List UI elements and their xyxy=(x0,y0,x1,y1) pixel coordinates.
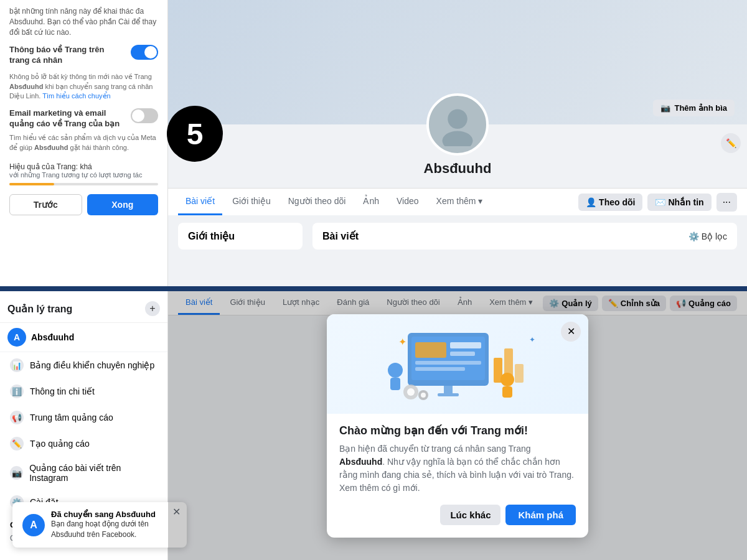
toast-notification: A Đã chuyển sang Absđuuhd Bạn đang hoạt … xyxy=(12,502,187,548)
avatar-svg xyxy=(436,103,479,146)
svg-rect-4 xyxy=(415,342,446,358)
effectiveness-sublabel: với những Trang tương tự có lượt tương t… xyxy=(9,171,158,179)
notifications-desc: Không bỏ lỡ bất kỳ thông tin mới nào về … xyxy=(9,72,158,101)
toast-content: Đã chuyển sang Absđuuhd Bạn đang hoạt độ… xyxy=(51,510,177,540)
message-btn[interactable]: ✉️ Nhắn tin xyxy=(647,194,711,211)
filter-icon: ⚙️ xyxy=(688,231,699,241)
welcome-modal: ✕ xyxy=(327,314,588,538)
svg-point-19 xyxy=(500,373,514,386)
nav-actions: 👤 Theo dõi ✉️ Nhắn tin ··· xyxy=(578,193,737,212)
nav-item-video[interactable]: Video xyxy=(389,189,426,215)
sidebar-header: Quản lý trang + xyxy=(0,297,167,323)
nav-item-posts[interactable]: Bài viết xyxy=(178,189,222,215)
svg-text:✦: ✦ xyxy=(398,337,406,347)
explore-btn[interactable]: Khám phá xyxy=(505,505,576,525)
effectiveness-section: Hiệu quả của Trang: khá với những Trang … xyxy=(9,162,158,215)
add-cover-btn[interactable]: 📷 Thêm ảnh bìa xyxy=(653,100,735,116)
instagram-icon: 📷 xyxy=(10,466,23,480)
follow-btn[interactable]: 👤 Theo dõi xyxy=(578,194,642,211)
message-icon: ✉️ xyxy=(655,197,665,207)
toast-avatar: A xyxy=(22,514,45,536)
posts-label: Bài viết xyxy=(322,230,359,242)
page-name: Absđuuhd xyxy=(424,161,492,177)
svg-rect-10 xyxy=(438,393,459,396)
svg-rect-9 xyxy=(444,386,453,393)
more-actions-btn[interactable]: ··· xyxy=(716,193,737,212)
svg-rect-5 xyxy=(450,342,481,348)
modal-close-btn[interactable]: ✕ xyxy=(561,322,581,342)
nav-item-followers[interactable]: Người theo dõi xyxy=(281,189,354,215)
svg-point-24 xyxy=(421,393,426,398)
sidebar-page-avatar: A xyxy=(7,328,26,347)
ad-center-icon: 📢 xyxy=(10,411,24,424)
email-section: Email marketing và email quảng cáo về Tr… xyxy=(9,108,158,129)
sidebar-title: Quản lý trang xyxy=(7,303,72,315)
modal-illustration-svg: ✦ ✦ + xyxy=(358,320,557,408)
profile-avatar xyxy=(426,93,489,156)
progress-bar xyxy=(9,183,158,185)
step-5-circle: 5 xyxy=(167,106,223,162)
sidebar-item-create-ad[interactable]: ✏️ Tạo quảng cáo xyxy=(0,431,167,457)
camera-icon: 📷 xyxy=(660,103,670,113)
learn-more-link[interactable]: Tìm hiểu cách chuyển xyxy=(42,92,110,100)
intro-text: bật những tính năng này để khai thác đa … xyxy=(9,6,158,37)
page-nav: Bài viết Giới thiệu Người theo dõi Ảnh V… xyxy=(168,188,747,215)
intro-label: Giới thiệu xyxy=(188,231,235,241)
notifications-section: Thông báo về Trang trên trang cá nhân xyxy=(9,45,158,66)
sidebar-page-item[interactable]: A Absđuuhd xyxy=(0,323,167,352)
svg-rect-13 xyxy=(515,364,524,383)
modal-body: Chào mừng bạn đến với Trang mới! Bạn hiệ… xyxy=(327,414,588,538)
svg-text:✦: ✦ xyxy=(529,335,535,344)
email-toggle[interactable] xyxy=(131,108,158,123)
nav-item-intro[interactable]: Giới thiệu xyxy=(225,189,278,215)
later-btn[interactable]: Lúc khác xyxy=(440,505,500,525)
sidebar-item-ad-center[interactable]: 📢 Trung tâm quảng cáo xyxy=(0,404,167,431)
toast-title: Đã chuyển sang Absđuuhd xyxy=(51,510,177,519)
svg-rect-6 xyxy=(450,352,475,356)
effectiveness-label: Hiệu quả của Trang: khá xyxy=(9,162,158,171)
sidebar-item-dashboard[interactable]: 📊 Bảng điều khiển chuyên nghiệp xyxy=(0,352,167,378)
posts-box: Bài viết ⚙️ Bộ lọc xyxy=(312,223,737,250)
filter-btn[interactable]: ⚙️ Bộ lọc xyxy=(688,231,727,241)
nav-item-photos[interactable]: Ảnh xyxy=(355,189,387,215)
edit-icon-btn[interactable]: ✏️ xyxy=(721,133,741,153)
bottom-buttons: Trước Xong xyxy=(9,194,158,215)
nav-item-more[interactable]: Xem thêm ▾ xyxy=(429,189,491,215)
sidebar-page-name: Absđuuhd xyxy=(31,332,74,342)
main-content-bottom: Bài viết Giới thiệu Lượt nhạc Đánh giá N… xyxy=(168,291,747,560)
dashboard-icon: 📊 xyxy=(10,358,24,372)
progress-fill xyxy=(9,183,54,185)
svg-point-17 xyxy=(388,363,403,378)
main-divider xyxy=(0,286,747,291)
intro-box: Giới thiệu xyxy=(178,223,303,250)
toast-text: Bạn đang hoạt động dưới tên Absđuuhd trê… xyxy=(51,519,177,540)
back-button[interactable]: Trước xyxy=(9,194,82,215)
insights-icon: ℹ️ xyxy=(10,385,24,398)
modal-desc: Bạn hiện đã chuyển từ trang cá nhân sang… xyxy=(339,442,576,495)
email-label: Email marketing và email quảng cáo về Tr… xyxy=(9,108,126,129)
done-button[interactable]: Xong xyxy=(87,194,159,215)
svg-rect-7 xyxy=(415,361,481,365)
sidebar-add-btn[interactable]: + xyxy=(145,301,160,316)
settings-panel: bật những tính năng này để khai thác đa … xyxy=(0,0,168,286)
sidebar-item-insights[interactable]: ℹ️ Thông tin chi tiết xyxy=(0,378,167,404)
svg-point-0 xyxy=(448,110,467,129)
follow-icon: 👤 xyxy=(586,197,596,207)
modal-title: Chào mừng bạn đến với Trang mới! xyxy=(339,424,576,437)
modal-illustration: ✦ ✦ + xyxy=(327,314,588,414)
svg-rect-8 xyxy=(415,367,465,371)
fb-page-preview: 📷 Thêm ảnh bìa Absđuuhd Bài viết Giới th… xyxy=(168,0,747,286)
svg-point-22 xyxy=(407,388,415,396)
svg-rect-20 xyxy=(502,386,512,398)
content-area: Giới thiệu Bài viết ⚙️ Bộ lọc xyxy=(168,215,747,257)
notifications-toggle[interactable] xyxy=(131,45,158,60)
notifications-label: Thông báo về Trang trên trang cá nhân xyxy=(9,45,126,66)
create-ad-icon: ✏️ xyxy=(10,437,24,450)
modal-actions: Lúc khác Khám phá xyxy=(339,505,576,525)
edit-icon: ✏️ xyxy=(726,138,736,148)
svg-rect-18 xyxy=(390,378,400,390)
email-desc: Tìm hiểu về các sản phẩm và dịch vụ của … xyxy=(9,133,158,152)
modal-overlay: ✕ xyxy=(168,291,747,560)
svg-point-1 xyxy=(443,131,473,147)
sidebar-item-instagram[interactable]: 📷 Quảng cáo bài viết trên Instagram xyxy=(0,457,167,489)
